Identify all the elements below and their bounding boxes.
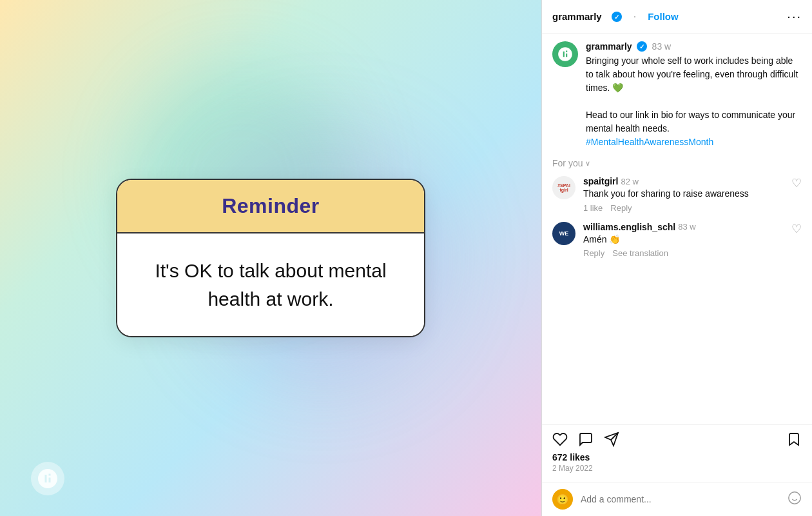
comment-1-text: Thank you for sharing to raise awareness <box>583 188 784 201</box>
action-icons <box>552 432 802 447</box>
comment-1-time: 82 w <box>621 177 638 186</box>
comment-input[interactable] <box>581 494 780 504</box>
for-you-text: For you <box>552 158 583 168</box>
header-username: grammarly <box>552 11 602 22</box>
comment-1-like-button[interactable]: ♡ <box>791 176 802 190</box>
for-you-section[interactable]: For you ∨ <box>552 158 802 168</box>
comment-2-username: williams.english_schl <box>583 222 675 232</box>
emoji-icon <box>788 491 802 505</box>
comment-2-text: Amén 👏 <box>583 233 784 246</box>
actions-bar: 672 likes 2 May 2022 <box>542 424 812 482</box>
post-header: grammarly · Follow ··· <box>542 0 812 34</box>
caption-verified-icon <box>637 41 647 52</box>
comment-2-actions: Reply See translation <box>583 248 784 258</box>
comment-2-content: williams.english_schl 83 w Amén 👏 Reply … <box>583 222 784 259</box>
share-button[interactable] <box>604 432 619 447</box>
caption-time: 83 w <box>652 41 672 52</box>
reminder-body: It's OK to talk about mental health at w… <box>117 233 424 336</box>
caption-meta: grammarly 83 w <box>586 41 802 52</box>
caption-line2: Head to our link in bio for ways to comm… <box>586 110 795 134</box>
see-translation-button[interactable]: See translation <box>612 248 668 258</box>
caption-text: Bringing your whole self to work include… <box>586 54 802 149</box>
emoji-button[interactable] <box>788 491 802 508</box>
grammarly-g-icon <box>557 46 574 63</box>
caption-line1: Bringing your whole self to work include… <box>586 55 798 93</box>
caption-content: grammarly 83 w Bringing your whole self … <box>586 41 802 149</box>
comment-1-meta: spaitgirl 82 w <box>583 176 784 186</box>
post-image-panel: Reminder It's OK to talk about mental he… <box>0 0 541 516</box>
comment-1: #SPAItgirl spaitgirl 82 w Thank you for … <box>552 176 802 213</box>
comment-2-like-button[interactable]: ♡ <box>791 222 802 236</box>
right-panel: grammarly · Follow ··· grammarly 83 w <box>541 0 812 516</box>
post-date: 2 May 2022 <box>552 464 802 473</box>
likes-count: 672 likes <box>552 452 802 462</box>
reminder-text: It's OK to talk about mental health at w… <box>155 260 386 310</box>
follow-button[interactable]: Follow <box>648 11 679 22</box>
comment-1-content: spaitgirl 82 w Thank you for sharing to … <box>583 176 784 213</box>
comment-1-avatar: #SPAItgirl <box>552 176 575 199</box>
watermark-logo <box>31 462 64 495</box>
like-button[interactable] <box>552 432 568 447</box>
more-options-button[interactable]: ··· <box>787 9 802 24</box>
caption-username: grammarly <box>586 41 632 52</box>
comment-1-reply-button[interactable]: Reply <box>610 203 632 213</box>
comment-1-username: spaitgirl <box>583 176 618 186</box>
caption-block: grammarly 83 w Bringing your whole self … <box>552 41 802 149</box>
comment-2-reply-button[interactable]: Reply <box>583 248 604 258</box>
svg-point-2 <box>789 491 800 503</box>
grammarly-logo-icon <box>36 467 59 490</box>
post-author-avatar <box>552 41 578 67</box>
reminder-title: Reminder <box>222 194 320 217</box>
bookmark-icon <box>786 432 802 447</box>
comment-1-likes: 1 like <box>583 203 603 213</box>
comment-2-avatar: WE <box>552 222 575 245</box>
commenter-avatar: 🙂 <box>552 489 573 510</box>
reminder-card: Reminder It's OK to talk about mental he… <box>116 179 425 337</box>
verified-badge-icon <box>612 12 622 22</box>
caption-hashtag[interactable]: #MentalHealthAwarenessMonth <box>586 137 713 147</box>
comment-button[interactable] <box>578 432 594 447</box>
share-icon <box>604 432 619 447</box>
comment-2-time: 83 w <box>678 222 695 232</box>
content-area: grammarly 83 w Bringing your whole self … <box>542 34 812 424</box>
comment-icon <box>578 432 594 447</box>
heart-icon <box>552 432 568 447</box>
header-left: grammarly · Follow <box>552 11 679 23</box>
comment-2-meta: williams.english_schl 83 w <box>583 222 784 232</box>
comment-1-actions: 1 like Reply <box>583 203 784 213</box>
reminder-header: Reminder <box>117 180 424 233</box>
add-comment-area: 🙂 <box>542 482 812 516</box>
save-button[interactable] <box>786 432 802 447</box>
comment-2: WE williams.english_schl 83 w Amén 👏 Rep… <box>552 222 802 259</box>
comment-2-avatar-label: WE <box>559 230 569 237</box>
chevron-down-icon: ∨ <box>585 159 590 168</box>
